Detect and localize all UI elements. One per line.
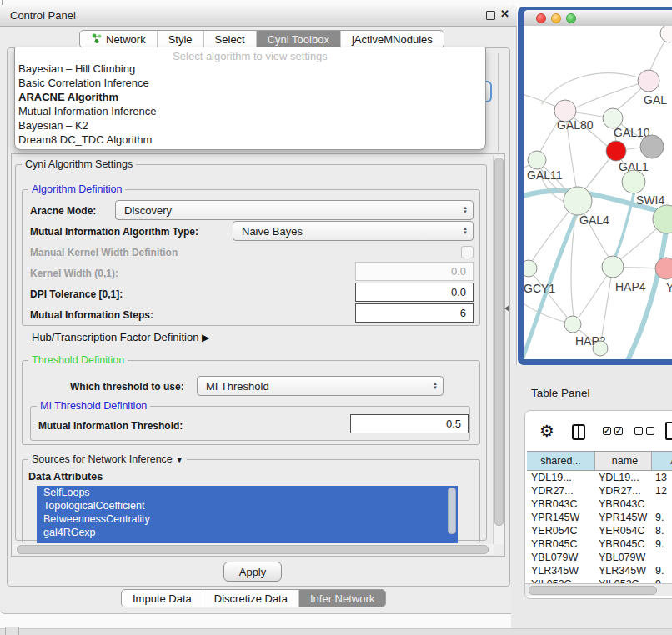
table-cell: YBR045C xyxy=(527,538,595,551)
manual-kernel-checkbox[interactable] xyxy=(461,246,474,258)
algorithm-option[interactable]: Bayesian – Hill Climbing xyxy=(15,62,485,76)
attribute-item[interactable]: gal4RGexp xyxy=(37,526,458,539)
table-cell: YLR345W xyxy=(527,564,595,578)
document-icon[interactable] xyxy=(665,422,672,440)
algorithm-option[interactable]: Bayesian – K2 xyxy=(15,118,485,132)
network-edge xyxy=(601,267,613,342)
node-label: Y xyxy=(666,281,672,294)
table-horizontal-scrollbar[interactable] xyxy=(525,583,672,596)
mi-steps-field[interactable]: 6 xyxy=(355,303,474,322)
tab-style[interactable]: Style xyxy=(158,31,204,48)
column-header[interactable]: A xyxy=(652,452,672,470)
window-title: Control Panel xyxy=(10,9,76,22)
mi-threshold-field[interactable]: 0.5 xyxy=(350,414,469,433)
stepper-icon: ▲▼ xyxy=(458,201,473,219)
network-icon xyxy=(91,32,102,46)
aracne-mode-label: Aracne Mode: xyxy=(30,205,96,217)
zoom-traffic-light[interactable] xyxy=(566,13,576,23)
algorithm-definition-title: Algorithm Definition xyxy=(28,183,125,195)
unchecked-pair-icon[interactable] xyxy=(634,427,654,435)
column-header[interactable]: shared... xyxy=(527,452,595,470)
kernel-width-field[interactable]: 0.0 xyxy=(355,262,474,281)
dpi-tolerance-field[interactable]: 0.0 xyxy=(355,282,474,302)
network-node[interactable] xyxy=(660,26,672,42)
algorithm-option[interactable]: Basic Correlation Inference xyxy=(15,76,485,90)
node-label: GCY1 xyxy=(524,282,555,295)
tab-discretize-data[interactable]: Discretize Data xyxy=(203,590,299,607)
network-node-gcy1[interactable] xyxy=(524,260,537,277)
stepper-icon: ▲▼ xyxy=(458,222,473,240)
tab-label: Cyni Toolbox xyxy=(268,33,329,46)
network-node[interactable] xyxy=(640,135,664,158)
settings-vertical-scrollbar[interactable] xyxy=(493,156,504,544)
attribute-item[interactable]: TopologicalCoefficient xyxy=(37,499,458,512)
aracne-mode-select[interactable]: Discovery ▲▼ xyxy=(115,200,474,220)
node-label: GAL80 xyxy=(557,118,594,132)
network-node-hap4[interactable] xyxy=(602,256,624,278)
collapse-down-icon: ▼ xyxy=(175,455,183,464)
mi-algorithm-type-select[interactable]: Naive Bayes ▲▼ xyxy=(233,221,474,241)
hidden-groupbox-edge xyxy=(498,53,499,152)
data-attributes-list[interactable]: SelfLoopsTopologicalCoefficientBetweenne… xyxy=(37,486,458,543)
minimize-traffic-light[interactable] xyxy=(551,13,561,23)
tab-impute-data[interactable]: Impute Data xyxy=(122,590,203,607)
checked-pair-icon[interactable]: ✓✓ xyxy=(603,427,623,435)
data-attributes-label: Data Attributes xyxy=(28,471,103,482)
algorithm-option[interactable]: ARACNE Algorithm xyxy=(15,90,485,104)
network-edge xyxy=(524,300,570,323)
table-row[interactable]: YDR27...YDR27...12 xyxy=(527,484,672,498)
tab-jactivemnodules[interactable]: jActiveMNodules xyxy=(341,31,444,48)
hub-definition-toggle[interactable]: Hub/Transcription Factor Definition ▶ xyxy=(32,331,209,343)
cyni-mode-tabbar: Impute DataDiscretize DataInfer Network xyxy=(121,589,386,608)
attribute-item[interactable]: SelfLoops xyxy=(37,486,458,499)
gear-icon[interactable]: ⚙ xyxy=(539,421,554,441)
table-row[interactable]: YBL079WYBL079W xyxy=(527,551,672,564)
network-node-hap2[interactable] xyxy=(564,316,581,332)
mi-steps-label: Mutual Information Steps: xyxy=(30,309,153,321)
algorithm-option[interactable]: Mutual Information Inference xyxy=(15,104,485,118)
table-cell: YBL079W xyxy=(527,551,595,564)
settings-horizontal-scrollbar[interactable] xyxy=(13,544,494,554)
table-cell: YER054C xyxy=(527,524,595,538)
network-node-gal1[interactable] xyxy=(606,141,626,161)
network-node-gal11[interactable] xyxy=(528,151,546,169)
table-row[interactable]: YBR043CYBR043C xyxy=(527,498,672,511)
float-window-icon[interactable] xyxy=(486,11,495,20)
sources-title[interactable]: Sources for Network Inference ▼ xyxy=(28,453,187,465)
close-traffic-light[interactable] xyxy=(536,13,546,23)
attributes-list-scrollbar[interactable] xyxy=(448,488,456,534)
divider-collapse-arrow[interactable] xyxy=(504,305,509,312)
stepper-icon: ▲▼ xyxy=(428,377,443,395)
table-row[interactable]: YPR145WYPR145W9. xyxy=(527,511,672,524)
apply-button[interactable]: Apply xyxy=(223,562,282,582)
tab-select[interactable]: Select xyxy=(204,31,257,48)
control-panel-titlebar[interactable] xyxy=(0,5,517,27)
network-node-gal4[interactable] xyxy=(564,187,592,215)
table-cell: YPR145W xyxy=(527,511,595,524)
algorithm-option[interactable]: Dream8 DC_TDC Algorithm xyxy=(15,132,485,147)
close-icon[interactable]: ✕ xyxy=(500,8,509,20)
tab-infer-network[interactable]: Infer Network xyxy=(299,590,385,607)
column-header[interactable]: name xyxy=(595,452,652,470)
mi-threshold-definition-title: MI Threshold Definition xyxy=(37,400,150,412)
network-window-titlebar[interactable] xyxy=(524,10,672,27)
tab-label: Style xyxy=(168,33,193,46)
table-row[interactable]: YLR345WYLR345W9. xyxy=(527,564,672,578)
network-node[interactable] xyxy=(593,341,608,356)
aracne-mode-value: Discovery xyxy=(124,204,172,217)
which-threshold-select[interactable]: MI Threshold ▲▼ xyxy=(197,376,444,396)
algorithm-select-popup: Select algorithm to view settings Bayesi… xyxy=(14,48,486,150)
table-cell: YDR27... xyxy=(595,484,652,498)
table-row[interactable]: YDL19...YDL19...13 xyxy=(527,471,672,484)
tab-network[interactable]: Network xyxy=(80,31,158,48)
attribute-item[interactable]: BetweennessCentrality xyxy=(37,512,458,526)
table-row[interactable]: YER054CYER054C8. xyxy=(527,524,672,538)
table-row[interactable]: YBR045CYBR045C9. xyxy=(527,538,672,551)
network-node-gal[interactable] xyxy=(638,70,659,92)
mi-algorithm-type-label: Mutual Information Algorithm Type: xyxy=(30,226,198,238)
network-node-swi4[interactable] xyxy=(622,170,645,193)
tab-label: Select xyxy=(215,33,245,46)
network-canvas[interactable]: GALGAL80GAL10GAL1GAL11SWI4GAL4GCY1HAP4YH… xyxy=(524,26,672,359)
tab-cyni-toolbox[interactable]: Cyni Toolbox xyxy=(257,31,341,48)
column-layout-icon[interactable] xyxy=(572,424,585,440)
